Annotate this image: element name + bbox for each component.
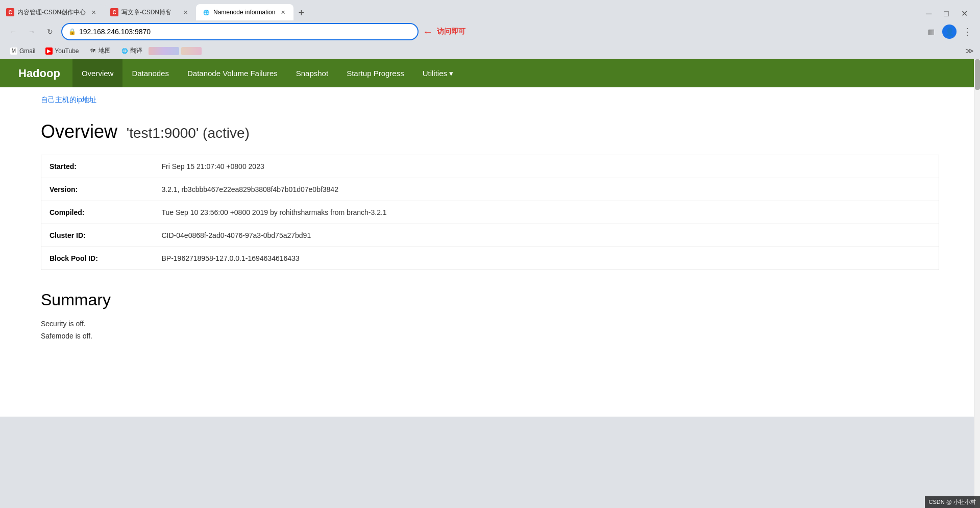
bookmark-gmail-label: Gmail [19, 47, 35, 55]
hadoop-brand: Hadoop [8, 67, 70, 80]
address-annotation: ← 访问即可 [423, 26, 465, 38]
tab-close-3[interactable]: ✕ [278, 8, 287, 17]
nav-overview[interactable]: Overview [72, 59, 123, 87]
tab-close-2[interactable]: ✕ [181, 8, 190, 17]
nav-startup-progress[interactable]: Startup Progress [337, 59, 413, 87]
tab-csdn-content[interactable]: C 内容管理-CSDN创作中心 ✕ [0, 4, 104, 20]
nav-utilities[interactable]: Utilities ▾ [413, 59, 462, 87]
bookmark-youtube[interactable]: ▶ YouTube [41, 46, 83, 56]
tab-label-3: Namenode information [213, 9, 275, 16]
overview-title: Overview [41, 121, 117, 142]
scrollbar[interactable] [974, 59, 980, 508]
dropdown-arrow-icon: ▾ [449, 69, 453, 78]
menu-button[interactable]: ⋮ [961, 24, 974, 39]
bookmark-translate-label: 翻译 [130, 46, 142, 55]
info-table: Started: Fri Sep 15 21:07:40 +0800 2023 … [41, 155, 939, 270]
summary-item: Security is off. [41, 320, 939, 328]
address-bar[interactable]: 🔒 [61, 23, 419, 40]
watermark: CSDN @ 小社小村 [925, 496, 980, 508]
youtube-icon: ▶ [45, 47, 53, 55]
new-tab-button[interactable]: + [293, 5, 309, 20]
hadoop-navbar: Hadoop Overview Datanodes Datanode Volum… [0, 59, 980, 87]
table-row: Cluster ID: CID-04e0868f-2ad0-4076-97a3-… [41, 224, 939, 247]
tab-favicon-2: C [110, 8, 118, 16]
bookmark-maps-label: 地图 [99, 46, 111, 55]
profile-button[interactable]: 👤 [942, 25, 957, 39]
bookmarks-bar: M Gmail ▶ YouTube 🗺 地图 🌐 翻译 ≫ [0, 43, 980, 59]
tab-favicon-3: 🌐 [202, 8, 210, 16]
annotation-text: 访问即可 [437, 27, 465, 36]
tab-label-2: 写文章-CSDN博客 [121, 8, 178, 17]
row-label: Compiled: [41, 201, 154, 224]
bookmark-gmail[interactable]: M Gmail [6, 46, 39, 56]
reload-button[interactable]: ↻ [43, 25, 57, 39]
bookmark-maps[interactable]: 🗺 地图 [85, 45, 115, 56]
window-controls: ─ □ ✕ [922, 7, 980, 20]
summary-title: Summary [41, 291, 939, 309]
utilities-dropdown: Utilities ▾ [423, 69, 453, 78]
overview-subtitle: 'test1:9000' (active) [122, 125, 250, 141]
row-value: 3.2.1, rb3cbbb467e22ea829b3808f4b7b01d07… [154, 178, 939, 201]
nav-datanodes[interactable]: Datanodes [122, 59, 178, 87]
bookmark-divider-1 [149, 47, 179, 55]
tab-csdn-blog[interactable]: C 写文章-CSDN博客 ✕ [104, 4, 196, 20]
tab-favicon-1: C [6, 8, 14, 16]
table-row: Version: 3.2.1, rb3cbbb467e22ea829b3808f… [41, 178, 939, 201]
scrollbar-thumb[interactable] [975, 59, 980, 90]
address-bar-row: ← → ↻ 🔒 ← 访问即可 ▦ 👤 ⋮ [0, 20, 980, 43]
gmail-icon: M [10, 47, 17, 55]
row-label: Cluster ID: [41, 224, 154, 247]
back-button[interactable]: ← [6, 25, 20, 39]
row-value: Fri Sep 15 21:07:40 +0800 2023 [154, 155, 939, 178]
bookmark-divider-2 [181, 47, 202, 55]
own-ip-label: 自己主机的ip地址 [41, 95, 96, 104]
table-row: Block Pool ID: BP-1962718958-127.0.0.1-1… [41, 247, 939, 270]
table-row: Started: Fri Sep 15 21:07:40 +0800 2023 [41, 155, 939, 178]
tab-namenode[interactable]: 🌐 Namenode information ✕ [196, 4, 293, 20]
row-value: CID-04e0868f-2ad0-4076-97a3-0bd75a27bd91 [154, 224, 939, 247]
summary-items: Security is off.Safemode is off. [41, 320, 939, 340]
forward-button[interactable]: → [24, 25, 39, 39]
tab-bar: C 内容管理-CSDN创作中心 ✕ C 写文章-CSDN博客 ✕ 🌐 Namen… [0, 0, 980, 20]
page-title: Overview 'test1:9000' (active) [41, 121, 939, 142]
tab-label-1: 内容管理-CSDN创作中心 [17, 8, 86, 17]
minimize-button[interactable]: ─ [922, 7, 936, 20]
close-button[interactable]: ✕ [957, 7, 972, 20]
translate-icon: 🌐 [121, 47, 128, 55]
row-label: Block Pool ID: [41, 247, 154, 270]
nav-snapshot[interactable]: Snapshot [287, 59, 337, 87]
row-value: Tue Sep 10 23:56:00 +0800 2019 by rohith… [154, 201, 939, 224]
row-label: Started: [41, 155, 154, 178]
address-input[interactable] [79, 28, 411, 36]
annotation-area: 自己主机的ip地址 [0, 87, 980, 113]
row-label: Version: [41, 178, 154, 201]
bookmarks-more-button[interactable]: ≫ [965, 46, 974, 56]
nav-datanode-volume-failures[interactable]: Datanode Volume Failures [178, 59, 287, 87]
tab-close-1[interactable]: ✕ [89, 8, 98, 17]
main-content: Overview 'test1:9000' (active) Started: … [0, 113, 980, 352]
bookmark-translate[interactable]: 🌐 翻译 [117, 45, 146, 56]
browser-window: C 内容管理-CSDN创作中心 ✕ C 写文章-CSDN博客 ✕ 🌐 Namen… [0, 0, 980, 508]
bookmark-youtube-label: YouTube [55, 47, 79, 55]
maps-icon: 🗺 [89, 47, 96, 55]
row-value: BP-1962718958-127.0.0.1-1694634616433 [154, 247, 939, 270]
summary-item: Safemode is off. [41, 332, 939, 340]
arrow-right-icon: ← [423, 26, 433, 38]
maximize-button[interactable]: □ [940, 7, 953, 20]
lock-icon: 🔒 [68, 28, 76, 35]
table-row: Compiled: Tue Sep 10 23:56:00 +0800 2019… [41, 201, 939, 224]
sidebar-button[interactable]: ▦ [924, 25, 938, 39]
page-content: Hadoop Overview Datanodes Datanode Volum… [0, 59, 980, 417]
